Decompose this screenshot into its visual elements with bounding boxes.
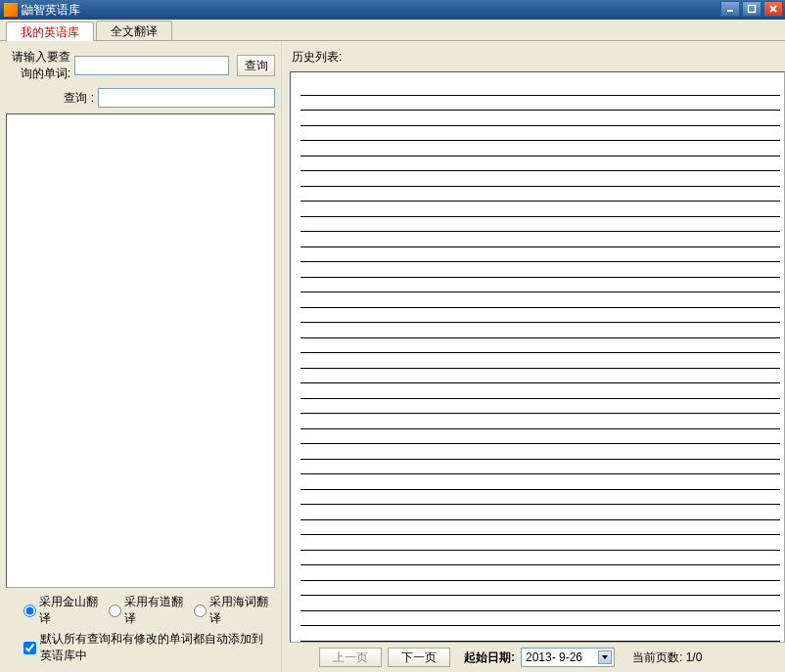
prev-page-button[interactable]: 上一页	[319, 648, 382, 667]
radio-jinshan[interactable]: 采用金山翻译	[23, 594, 101, 627]
history-line	[300, 217, 780, 233]
result-field[interactable]	[98, 88, 275, 108]
history-line	[300, 96, 780, 112]
history-line	[300, 551, 780, 566]
window-title: 鼬智英语库	[22, 2, 80, 19]
date-value: 2013- 9-26	[526, 650, 582, 664]
result-label: 查询 :	[6, 90, 98, 107]
history-line	[300, 505, 780, 520]
history-line	[300, 262, 780, 278]
history-line	[300, 232, 780, 247]
tabs-bar: 我的英语库 全文翻译	[0, 20, 785, 41]
radio-label: 采用有道翻译	[124, 594, 186, 627]
history-line	[300, 157, 780, 172]
svg-marker-4	[602, 655, 608, 659]
search-button[interactable]: 查询	[237, 55, 275, 76]
left-panel: 请输入要查询的单词: 查询 查询 : 采用金山翻译 采用有道翻译 采用海词翻译	[0, 41, 282, 672]
history-line	[300, 626, 780, 642]
history-line	[300, 444, 780, 460]
history-line	[300, 126, 780, 142]
history-line	[300, 535, 780, 551]
history-line	[300, 187, 780, 202]
result-box[interactable]	[6, 113, 275, 588]
history-line	[300, 338, 780, 354]
window-controls	[720, 1, 783, 17]
history-line	[300, 490, 780, 506]
history-line	[300, 247, 780, 263]
radio-jinshan-input[interactable]	[23, 605, 36, 617]
page-label: 当前页数:	[632, 650, 682, 664]
history-line	[300, 141, 780, 157]
content-area: 请输入要查询的单词: 查询 查询 : 采用金山翻译 采用有道翻译 采用海词翻译	[0, 41, 785, 672]
app-icon	[4, 3, 18, 17]
pager-row: 上一页 下一页 起始日期: 2013- 9-26 当前页数: 1/0	[290, 643, 785, 668]
query-input[interactable]	[74, 56, 229, 75]
history-line	[300, 369, 780, 384]
history-line	[300, 414, 780, 429]
history-line	[300, 581, 780, 597]
history-line	[300, 520, 780, 536]
history-line	[300, 565, 780, 581]
history-line	[300, 596, 780, 611]
history-line	[300, 278, 780, 293]
history-line	[300, 171, 780, 187]
history-list[interactable]	[290, 71, 785, 643]
history-line	[300, 323, 780, 338]
history-line	[300, 80, 780, 96]
radio-label: 采用海词翻译	[209, 594, 271, 627]
history-line	[300, 308, 780, 324]
radio-youdao[interactable]: 采用有道翻译	[109, 594, 186, 627]
tab-label: 全文翻译	[111, 23, 158, 40]
start-date-label: 起始日期:	[464, 650, 515, 666]
radio-label: 采用金山翻译	[39, 594, 101, 627]
maximize-button[interactable]	[742, 1, 762, 17]
query-input-label: 请输入要查询的单词:	[6, 49, 74, 82]
minimize-button[interactable]	[720, 1, 740, 17]
history-line	[300, 202, 780, 217]
history-line	[300, 429, 780, 445]
history-line	[300, 474, 780, 490]
history-line	[300, 353, 780, 369]
auto-add-label: 默认所有查询和有修改的单词都自动添加到英语库中	[40, 631, 271, 664]
page-value: 1/0	[686, 650, 703, 664]
result-row: 查询 :	[6, 88, 275, 108]
next-page-button[interactable]: 下一页	[388, 648, 450, 667]
right-panel: 历史列表: 上一页 下一页 起始日期: 2013- 9-26 当前页数: 1/0	[282, 41, 785, 672]
history-line	[300, 292, 780, 308]
svg-rect-1	[749, 6, 756, 13]
history-line	[300, 460, 780, 475]
title-bar: 鼬智英语库	[0, 0, 785, 20]
history-line	[300, 111, 780, 126]
history-line	[300, 383, 780, 399]
history-label: 历史列表:	[290, 49, 785, 66]
radio-haici[interactable]: 采用海词翻译	[194, 594, 271, 627]
auto-add-row: 默认所有查询和有修改的单词都自动添加到英语库中	[6, 629, 275, 666]
start-date-picker[interactable]: 2013- 9-26	[521, 648, 615, 667]
radio-haici-input[interactable]	[194, 605, 207, 617]
translator-radio-group: 采用金山翻译 采用有道翻译 采用海词翻译	[6, 588, 275, 629]
close-button[interactable]	[763, 1, 783, 17]
page-info: 当前页数: 1/0	[632, 650, 702, 666]
chevron-down-icon[interactable]	[598, 650, 612, 664]
history-line	[300, 399, 780, 415]
tab-full-translate[interactable]: 全文翻译	[96, 21, 172, 40]
query-row: 请输入要查询的单词: 查询	[6, 49, 275, 82]
tab-label: 我的英语库	[21, 24, 79, 41]
auto-add-checkbox[interactable]	[23, 642, 36, 654]
history-line	[300, 611, 780, 627]
radio-youdao-input[interactable]	[109, 605, 121, 617]
tab-my-library[interactable]: 我的英语库	[6, 22, 94, 41]
